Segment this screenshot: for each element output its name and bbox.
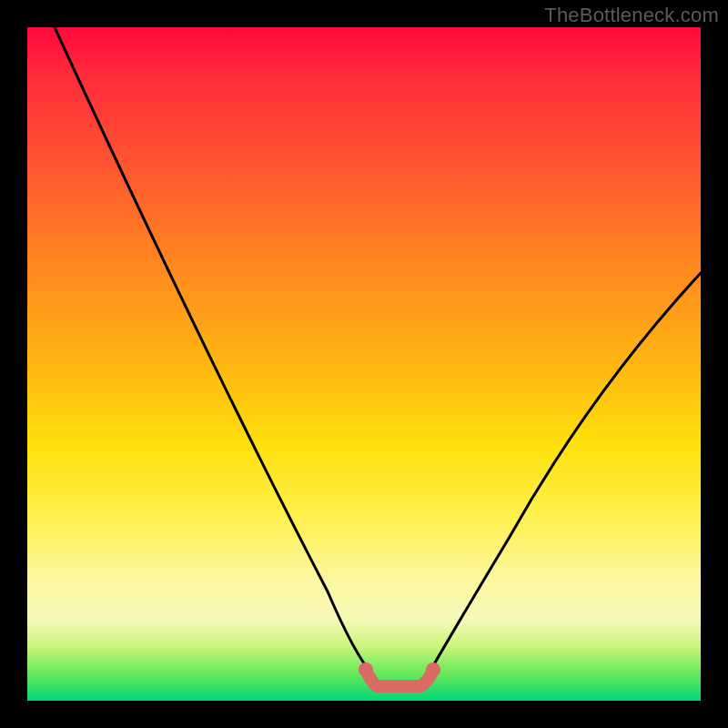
plot-area <box>27 27 701 701</box>
chart-svg <box>27 27 701 701</box>
bottleneck-curve <box>55 27 701 687</box>
watermark-text: TheBottleneck.com <box>544 4 719 27</box>
band-dot-right <box>426 662 440 677</box>
chart-frame: TheBottleneck.com <box>0 0 728 728</box>
optimal-band <box>366 670 433 686</box>
band-dot-left <box>359 662 373 677</box>
